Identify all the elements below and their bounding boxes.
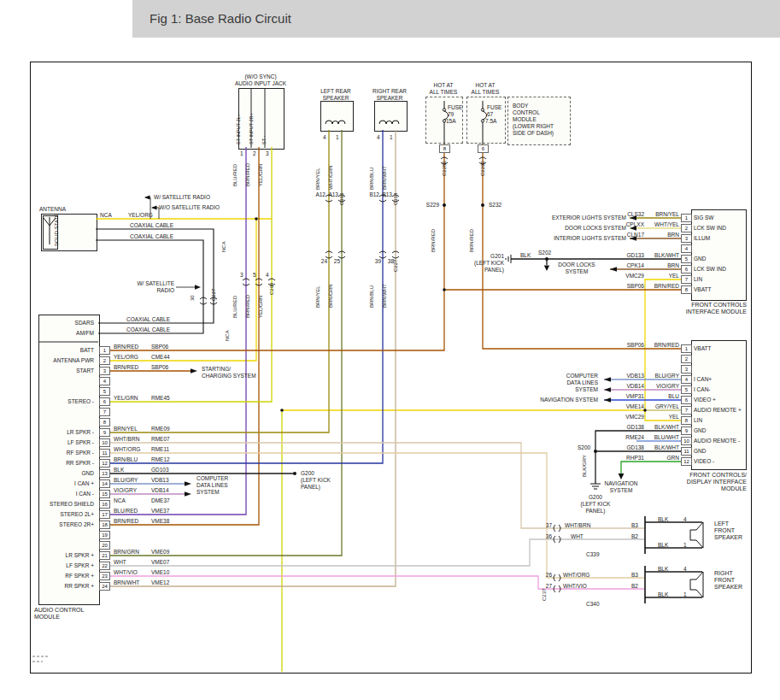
acm-wire-color: BRN/RED	[114, 364, 150, 370]
acm-pin-number: 1	[99, 346, 110, 355]
bcm-label: SIDE OF DASH)	[513, 130, 554, 136]
fcdim-pin-name: GND	[694, 448, 706, 454]
acm-pin-name: BATT	[39, 347, 94, 353]
acm-wire-color: VIO/GRY	[114, 487, 150, 493]
acm-wire-color: BRN/RED	[114, 518, 150, 524]
acm-title: AUDIO CONTROL	[34, 607, 84, 614]
jack-mid-num: 4	[266, 272, 269, 278]
acm-pin-number: 11	[99, 449, 110, 457]
acm-wire-circuit: CME44	[151, 354, 170, 360]
acm-wire-circuit: VDB14	[151, 487, 169, 493]
hot-at-all-times-label: ALL TIMES	[425, 89, 461, 95]
acm-pin-name: RF SPKR -	[39, 450, 94, 456]
acm-top-pin: SDARS	[39, 320, 94, 326]
jack-pin-label: ST INPUT 2L+	[236, 114, 242, 144]
continuation-dashes	[32, 656, 50, 662]
fcdim-circuit: RHP31	[608, 455, 644, 461]
fuse-67-label: 7.5A	[485, 118, 496, 124]
fcdim-circuit: VDB14	[608, 383, 644, 389]
computer-data-lines-label: SYSTEM	[543, 386, 598, 392]
connector-c313-label: C313	[339, 193, 345, 205]
fcim-wire-color: WHT/YEL	[647, 221, 679, 227]
fs-blk-label: BLK	[658, 591, 668, 597]
acm-pin-name: RR SPKR -	[39, 460, 94, 466]
fuse-79-label: 15A	[446, 118, 456, 124]
acm-pin-name: LR SPKR -	[39, 429, 94, 435]
bcm-pin: 6	[478, 144, 489, 153]
acm-wire-color: BLU/GRY	[114, 477, 150, 483]
jack-mid-num: 5	[253, 272, 256, 278]
acm-pin-number: 17	[99, 510, 110, 519]
wire-wht-lf	[109, 539, 645, 566]
fcdim-circuit: VMP31	[608, 393, 644, 399]
acm-wire-color: BLK	[114, 467, 150, 473]
jack-pin-num: 3	[266, 150, 269, 156]
acm-wire-color: BRN/GRN	[114, 549, 150, 555]
bcm-label: BODY	[513, 103, 528, 109]
acm-wire-circuit: GD103	[151, 467, 169, 473]
connector-c227-label: C227	[393, 260, 399, 272]
acm-pin-number: 22	[99, 562, 110, 570]
g201-label: (LEFT KICK	[463, 260, 504, 266]
computer-data-lines-label: COMPUTER	[196, 475, 228, 481]
fcim-wire-color: BLK/WHT	[647, 252, 679, 258]
fcdim-pin-number: 6	[681, 396, 692, 404]
jack-pin-num: 2	[253, 150, 256, 156]
jack-title: AUDIO INPUT JACK	[232, 80, 289, 86]
acm-wire-color: BRN/BLU	[114, 456, 150, 462]
fcdim-circuit: VMC29	[608, 414, 644, 420]
fcdim-circuit: GD138	[608, 444, 644, 450]
left-front-speaker-title: FRONT	[714, 527, 735, 534]
fcim-pin-name: ILLUM	[694, 235, 710, 241]
fcim-pin-number: 5	[681, 255, 692, 263]
acm-wire-color: BRN/YEL	[114, 426, 150, 432]
fs-conn-pin: B3	[631, 572, 638, 578]
fs-spk-pin: 4	[683, 566, 687, 572]
fcdim-pin-name: VIDEO -	[694, 458, 714, 464]
g200-label: G200	[301, 470, 314, 476]
jack-pin-num: 1	[240, 150, 243, 156]
fcim-pin-name: LCK SW IND	[694, 266, 726, 272]
wire-label: BRN/WHT	[382, 166, 388, 190]
right-rear-speaker-title: SPEAKER	[368, 95, 411, 101]
wire-wht-org-rf	[109, 453, 645, 578]
wire-label: BRN/BLU	[369, 285, 375, 308]
acm-pin-number: 16	[99, 500, 110, 509]
fs-conn-pin: B3	[631, 522, 638, 528]
fcdim-pin-name: GND	[694, 427, 706, 433]
wire-pin-num: 24	[317, 258, 327, 264]
acm-wire-color: BRN/RED	[114, 344, 150, 350]
fuse-67-label: 67	[487, 111, 493, 117]
wire-pin-num: 25	[330, 258, 340, 264]
right-front-speaker-title: FRONT	[714, 577, 735, 584]
jack-note: (W/O SYNC)	[235, 74, 286, 79]
fs-wire-label: WHT/BRN	[565, 522, 590, 528]
fcdim-wire-color: BLU/GRY	[647, 373, 679, 379]
left-front-speaker-title: SPEAKER	[714, 534, 742, 541]
fcdim-pin-name: AUDIO REMOTE +	[694, 407, 742, 413]
acm-wire-color: YEL/ORG	[114, 354, 150, 360]
acm-pin-name: ANTENNA PWR	[39, 357, 94, 363]
acm-pin-number: 7	[99, 408, 110, 416]
door-locks-system-label: DOOR LOCKS	[551, 262, 602, 268]
fcim-pin-number: 3	[681, 234, 692, 243]
hot-at-all-times-label: ALL TIMES	[466, 89, 504, 95]
fs-wire-label: WHT	[571, 533, 584, 539]
wire-label: BRN/YEL	[315, 285, 321, 308]
acm-wire-circuit: VME09	[151, 549, 169, 555]
hot-at-all-times-label: HOT AT	[425, 82, 461, 88]
right-rear-speaker-title: RIGHT REAR	[368, 88, 411, 94]
nca-label: NCA	[225, 330, 231, 341]
acm-pin-name: LR SPKR +	[39, 552, 94, 558]
fcdim-pin-number: 4	[681, 375, 692, 384]
acm-wire-color: BLU/RED	[114, 508, 150, 514]
wire-label: BRN/YEL	[315, 168, 321, 190]
wire-pin-num: 39	[371, 258, 381, 264]
acm-wire-color: WHT/BRN	[114, 436, 150, 442]
fcim-pin-number: 4	[681, 244, 692, 253]
g200-label: (LEFT KICK	[301, 477, 331, 483]
fs-blk-label: BLK	[658, 542, 668, 548]
wire-label: WHT/GRN	[328, 165, 334, 190]
wire-label: BRN/RED	[469, 229, 475, 252]
jack-pin-label: ST INPUT 2R+	[249, 113, 255, 144]
